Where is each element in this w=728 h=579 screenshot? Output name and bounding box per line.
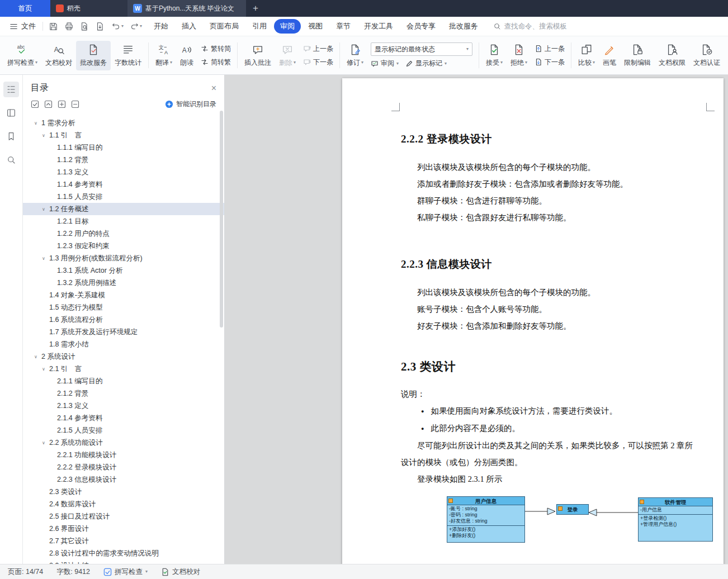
paragraph[interactable]: 账号子模块：包含个人账号等功能。 [401,301,698,317]
menu-section[interactable]: 章节 [330,19,357,34]
chevron-down-icon[interactable]: ∨ [34,354,41,359]
previous-change-button[interactable]: 上一条 [535,44,565,54]
paragraph[interactable]: 好友子模块：包含添加和删除好友等功能。 [401,317,698,334]
chevron-down-icon[interactable]: ∨ [34,121,41,126]
toc-item[interactable]: 1.1.1 编写目的 [23,141,224,154]
toc-item[interactable]: 1.1.5 人员安排 [23,191,224,203]
chevron-down-icon[interactable]: ∨ [42,133,49,138]
find-pane-button[interactable] [3,152,19,168]
toc-item[interactable]: ∨2.1 引 言 [23,363,224,375]
toc-item[interactable]: ∨2.2 系统功能设计 [23,436,224,449]
correction-service-button[interactable]: 批改服务 [76,41,111,70]
toc-item[interactable]: 2.6 界面设计 [23,523,224,535]
toc-item[interactable]: 2.5 接口及过程设计 [23,510,224,523]
next-change-button[interactable]: 下一条 [535,58,565,67]
menu-reference[interactable]: 引用 [246,19,273,34]
toc-item[interactable]: 1.4 对象-关系建模 [23,289,224,301]
uml-class-user-info[interactable]: 用户信息 -账号 : string -密码 : string -好友信息 : s… [447,496,525,543]
close-icon[interactable]: × [211,84,216,93]
redo-button[interactable]: ▾ [130,22,142,31]
tab-home[interactable]: 首页 [0,0,50,17]
translate-button[interactable]: 文A 翻译▾ [152,41,176,70]
show-markup-dropdown[interactable]: 显示标记▾ [405,59,447,68]
insert-comment-button[interactable]: 插入批注 [240,41,275,70]
compare-button[interactable]: 比较▾ [574,41,599,70]
read-aloud-button[interactable]: A 朗读 [176,41,197,70]
document-area[interactable]: 2.2.2 登录模块设计 列出该模块及该模块所包含的每个子模块的功能。 添加或者… [225,75,728,564]
toc-item[interactable]: 2.1.1 编写目的 [23,375,224,387]
bullet-item[interactable]: 如果使用面向对象系统设计方法，需要进行类设计。 [401,402,698,420]
toc-item[interactable]: 1.2.2 用户的特点 [23,227,224,240]
doc-certification-button[interactable]: 文档认证 [689,41,724,70]
heading-2-3[interactable]: 2.3 类设计 [401,359,698,374]
chevron-down-icon[interactable]: ∨ [42,207,49,212]
new-tab-button[interactable]: + [246,0,265,17]
menu-view[interactable]: 视图 [302,19,329,34]
menu-correction-service[interactable]: 批改服务 [443,19,484,34]
uml-diagram[interactable]: 用户信息 -账号 : string -密码 : string -好友信息 : s… [401,495,698,564]
uml-class-software-mgmt[interactable]: 软件管理 -用户信息 +登录检测() +管理用户信息() [638,497,713,542]
next-comment-button[interactable]: 下一条 [303,58,333,67]
menu-member[interactable]: 会员专享 [400,19,442,34]
chevron-down-icon[interactable]: ∨ [42,256,49,261]
export-pdf-button[interactable] [96,22,105,31]
toc-item[interactable]: ∨1 需求分析 [23,117,224,129]
heading-2-2-3[interactable]: 2.2.3 信息模块设计 [401,257,698,272]
heading-2-2-2[interactable]: 2.2.2 登录模块设计 [401,132,698,146]
bookmark-pane-button[interactable] [3,129,19,144]
file-menu-button[interactable]: 文件 [4,19,40,34]
toc-item[interactable]: ∨2 系统设计 [23,350,224,363]
toc-item[interactable]: ∨1.1 引 言 [23,129,224,141]
toc-item[interactable]: 2.3 类设计 [23,486,224,498]
note-label[interactable]: 说明： [401,386,698,402]
paragraph[interactable]: 私聊子模块：包含跟好友进行私聊等功能。 [401,209,698,226]
toc-item-selected[interactable]: ∨1.2 任务概述 [23,203,224,215]
menu-review[interactable]: 审阅 [274,19,301,34]
toc-item[interactable]: ∨1.3 用例分析(或数据流程分析) [23,252,224,264]
word-count-indicator[interactable]: 字数: 9412 [56,567,90,577]
dropdown-caret-icon[interactable]: ▾ [140,24,142,29]
doc-permission-button[interactable]: 文档权限 [655,41,689,70]
paragraph[interactable]: 列出该模块及该模块所包含的每个子模块的功能。 [401,159,698,175]
print-button[interactable] [64,22,74,31]
toc-item[interactable]: 1.3.2 系统用例描述 [23,277,224,289]
chapter-pane-button[interactable] [3,105,19,121]
toc-item[interactable]: 1.2.1 目标 [23,215,224,227]
toc-item[interactable]: 2.1.5 人员安排 [23,424,224,436]
traditional-to-simplified-button[interactable]: 繁转简 [201,44,231,54]
toc-item[interactable]: 2.1.4 参考资料 [23,412,224,424]
collapse-all-icon[interactable] [44,100,53,108]
command-search[interactable]: 查找命令、搜索模板 [493,22,568,31]
menu-page-layout[interactable]: 页面布局 [204,19,245,34]
outline-pane-button[interactable] [3,82,19,97]
spell-check-toggle[interactable]: 拼写检查▾ [103,567,148,577]
paragraph[interactable]: 群聊子模块：包含进行群聊等功能。 [401,192,698,209]
toc-scrollbar[interactable] [220,111,223,328]
dropdown-caret-icon[interactable]: ▾ [121,24,124,29]
figure-caption[interactable]: 登录模块如图 2.3.1 所示 [401,471,698,487]
toc-item[interactable]: 2.2.3 信息模块设计 [23,473,224,486]
paragraph[interactable]: 添加或者删除好友子模块：包含添加或者删除好友等功能。 [401,175,698,192]
toc-item[interactable]: 1.6 系统流程分析 [23,314,224,326]
toc-item[interactable]: 2.2.1 功能模块设计 [23,449,224,461]
toc-item[interactable]: 1.5 动态行为模型 [23,301,224,314]
smart-recognize-toc-button[interactable]: 智能识别目录 [165,99,216,109]
tab-docer[interactable]: 稻壳 [50,0,127,17]
delete-comment-button[interactable]: 删除▾ [275,41,300,70]
uml-class-login[interactable]: 登录 [556,504,589,515]
toc-item[interactable]: 1.1.4 参考资料 [23,178,224,191]
toc-item[interactable]: 1.1.2 背景 [23,154,224,166]
menu-dev-tools[interactable]: 开发工具 [358,19,399,34]
tab-document[interactable]: W 基于Python...天系统 毕业论文 [127,0,246,17]
paragraph[interactable]: 尽可能列出所设计出的类及其之间的关系，如果类比较多，可以按照第 2 章所设计的模… [401,437,698,471]
toc-item[interactable]: 2.8 设计过程中的需求变动情况说明 [23,547,224,559]
menu-start[interactable]: 开始 [148,19,174,34]
previous-comment-button[interactable]: 上一条 [303,44,333,54]
toc-item[interactable]: 2.9 设计小结 [23,559,224,564]
restrict-editing-button[interactable]: 限制编辑 [620,41,655,70]
expand-plus-icon[interactable] [58,100,66,108]
doc-proofread-status[interactable]: 文档校对 [161,567,200,577]
undo-button[interactable]: ▾ [111,22,124,31]
reject-change-button[interactable]: 拒绝▾ [507,41,531,70]
toc-item[interactable]: 2.2.2 登录模块设计 [23,461,224,473]
